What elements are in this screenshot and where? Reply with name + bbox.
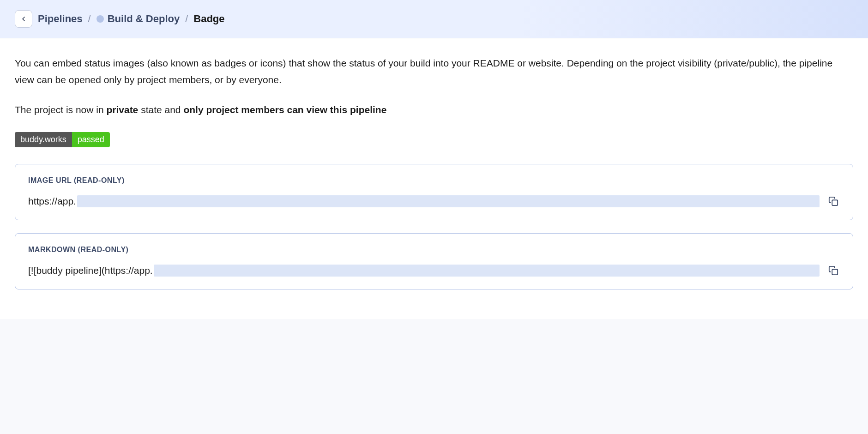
badge-service: buddy.works xyxy=(15,132,72,147)
copy-markdown-button[interactable] xyxy=(827,264,840,277)
svg-rect-1 xyxy=(832,269,838,275)
chevron-left-icon xyxy=(20,15,27,23)
redacted-content xyxy=(154,265,820,277)
breadcrumb-separator: / xyxy=(88,13,91,25)
copy-icon xyxy=(828,196,838,206)
visibility-middle: state and xyxy=(138,104,183,115)
markdown-text: [![buddy pipeline](https://app. xyxy=(28,265,153,276)
visibility-prefix: The project is now in xyxy=(15,104,106,115)
breadcrumb-current: Badge xyxy=(193,13,224,25)
page-header: Pipelines / Build & Deploy / Badge xyxy=(0,0,868,38)
back-button[interactable] xyxy=(15,10,32,28)
breadcrumb-separator: / xyxy=(185,13,188,25)
image-url-field: IMAGE URL (READ-ONLY) https://app. xyxy=(15,164,853,220)
markdown-value[interactable]: [![buddy pipeline](https://app. xyxy=(28,265,820,277)
badge-status: passed xyxy=(72,132,110,147)
breadcrumb-pipelines[interactable]: Pipelines xyxy=(38,13,83,25)
redacted-content xyxy=(77,195,820,207)
image-url-label: IMAGE URL (READ-ONLY) xyxy=(28,176,840,185)
breadcrumb-build-deploy[interactable]: Build & Deploy xyxy=(108,13,180,25)
copy-image-url-button[interactable] xyxy=(827,195,840,208)
visibility-note: The project is now in private state and … xyxy=(15,102,853,118)
image-url-text: https://app. xyxy=(28,196,76,207)
svg-rect-0 xyxy=(832,200,838,205)
markdown-field: MARKDOWN (READ-ONLY) [![buddy pipeline](… xyxy=(15,233,853,289)
visibility-restriction: only project members can view this pipel… xyxy=(183,104,386,115)
visibility-state: private xyxy=(106,104,138,115)
status-dot-icon xyxy=(96,15,104,23)
description-text: You can embed status images (also known … xyxy=(15,55,853,88)
image-url-value[interactable]: https://app. xyxy=(28,195,820,207)
copy-icon xyxy=(828,265,838,276)
page-content: You can embed status images (also known … xyxy=(0,38,868,319)
markdown-label: MARKDOWN (READ-ONLY) xyxy=(28,246,840,254)
status-badge: buddy.works passed xyxy=(15,132,110,147)
breadcrumb: Pipelines / Build & Deploy / Badge xyxy=(38,13,225,25)
